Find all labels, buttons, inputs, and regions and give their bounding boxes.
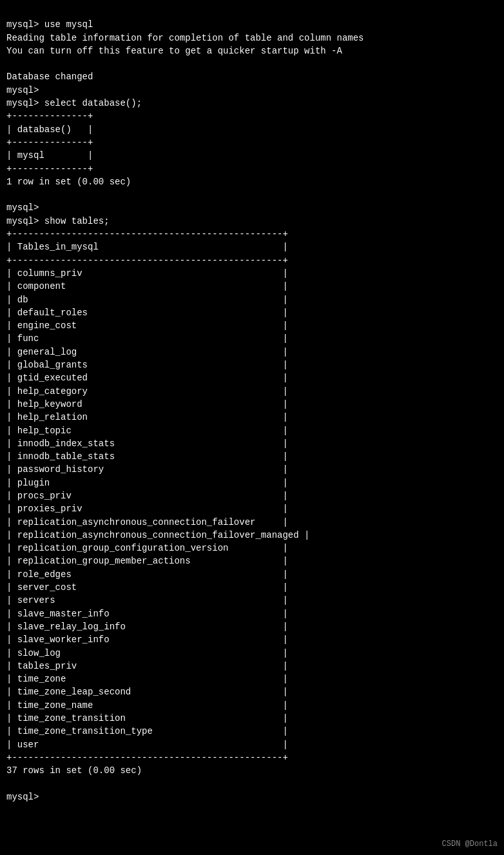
line-1: mysql> use mysql Reading table informati… bbox=[6, 19, 364, 802]
terminal-output: mysql> use mysql Reading table informati… bbox=[6, 5, 498, 803]
watermark: CSDN @Dontla bbox=[442, 839, 498, 850]
